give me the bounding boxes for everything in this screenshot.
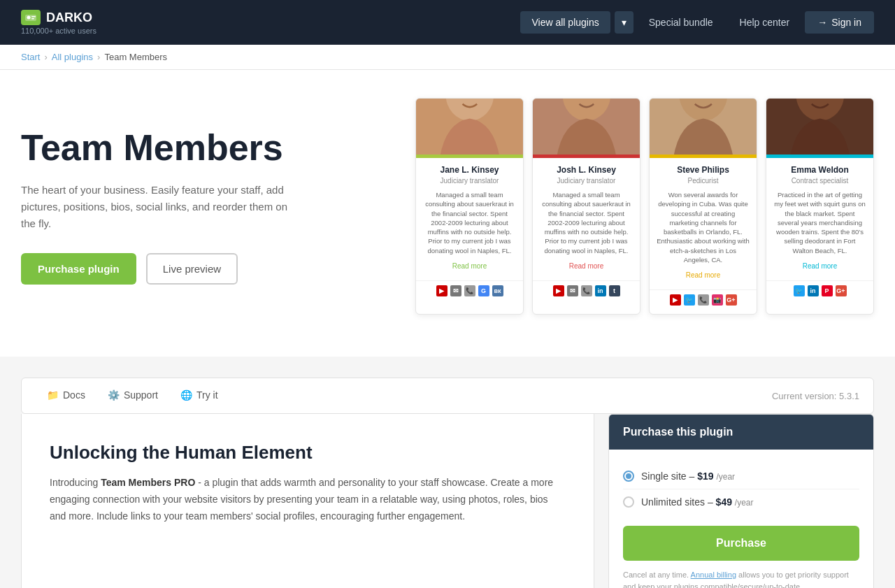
avatar [766, 99, 873, 158]
social-icon-yt[interactable]: ▶ [553, 285, 564, 296]
social-icon-em[interactable]: ✉ [450, 285, 461, 296]
docs-icon: 📁 [47, 389, 59, 401]
avatar [650, 99, 757, 158]
purchase-panel: Purchase this plugin Single site – $19 /… [608, 414, 874, 588]
card-social: 🐦inPG+ [766, 280, 873, 296]
social-icon-in[interactable]: 📸 [712, 294, 723, 306]
social-icon-gp[interactable]: G+ [726, 294, 737, 306]
plugins-dropdown-button[interactable]: ▾ [615, 11, 633, 34]
svg-point-1 [27, 16, 31, 20]
purchase-button[interactable]: Purchase [623, 526, 859, 561]
card-accent [766, 155, 873, 158]
logo-subtitle: 110,000+ active users [21, 27, 96, 35]
social-icon-vk[interactable]: вк [492, 285, 503, 296]
card-body: Emma Weldon Contract specialist Practice… [766, 158, 873, 275]
option-unlimited-price: $49 [716, 496, 732, 508]
live-preview-button[interactable]: Live preview [146, 253, 238, 285]
version-label: Current version: 5.3.1 [772, 391, 859, 401]
social-icon-pi[interactable]: P [822, 285, 833, 296]
header: DARKO 110,000+ active users View all plu… [0, 0, 895, 45]
radio-single[interactable] [623, 471, 634, 482]
try-it-icon: 🌐 [180, 389, 192, 401]
card-accent [416, 155, 523, 158]
hero-buttons: Purchase plugin Live preview [21, 253, 329, 285]
social-icon-tu[interactable]: t [609, 285, 620, 296]
card-name: Emma Weldon [773, 165, 866, 175]
social-icon-gl[interactable]: G [478, 285, 489, 296]
card-body: Steve Philips Pedicurist Won several awa… [650, 158, 757, 284]
read-more-link[interactable]: Read more [803, 262, 837, 270]
card-bio: Won several awards for developing in Cub… [657, 190, 750, 264]
card-body: Josh L. Kinsey Judiciary translator Mana… [533, 158, 640, 275]
tab-support[interactable]: ⚙️ Support [96, 378, 169, 414]
content-left: Unlocking the Human Element Introducing … [21, 414, 594, 588]
social-icon-ph[interactable]: 📞 [698, 294, 709, 306]
read-more-link[interactable]: Read more [569, 262, 603, 270]
card-social: ▶✉📞Gвк [416, 280, 523, 296]
annual-billing-link[interactable]: Annual billing [691, 571, 736, 579]
card-role: Judiciary translator [540, 177, 633, 185]
social-icon-tw[interactable]: 🐦 [794, 285, 805, 296]
team-card: Steve Philips Pedicurist Won several awa… [649, 98, 757, 315]
hero-right: Jane L. Kinsey Judiciary translator Mana… [329, 98, 874, 315]
special-bundle-link[interactable]: Special bundle [638, 11, 724, 34]
team-card: Emma Weldon Contract specialist Practice… [766, 98, 874, 315]
page-title: Team Members [21, 128, 329, 168]
tab-docs[interactable]: 📁 Docs [36, 378, 96, 414]
social-icon-ph[interactable]: 📞 [464, 285, 475, 296]
card-photo-area [650, 99, 757, 158]
card-accent [533, 155, 640, 158]
breadcrumb: Start › All plugins › Team Members [0, 45, 895, 70]
svg-rect-3 [31, 18, 34, 20]
social-icon-li[interactable]: in [595, 285, 606, 296]
read-more-link[interactable]: Read more [686, 271, 720, 279]
support-icon: ⚙️ [108, 389, 120, 401]
option-single-site[interactable]: Single site – $19 /year [623, 464, 859, 489]
purchase-plugin-button[interactable]: Purchase plugin [21, 253, 136, 285]
social-icon-yt[interactable]: ▶ [436, 285, 448, 296]
social-icon-gp[interactable]: G+ [836, 285, 847, 296]
nav-items: View all plugins ▾ Special bundle Help c… [520, 11, 874, 34]
radio-single-inner [626, 473, 631, 479]
team-cards: Jane L. Kinsey Judiciary translator Mana… [401, 98, 874, 315]
radio-unlimited[interactable] [623, 496, 634, 508]
card-name: Jane L. Kinsey [423, 165, 516, 175]
help-center-link[interactable]: Help center [729, 11, 801, 34]
social-icon-li[interactable]: in [808, 285, 819, 296]
avatar [533, 99, 640, 158]
view-all-plugins-button[interactable]: View all plugins [520, 11, 610, 34]
signin-arrow-icon: → [817, 17, 827, 28]
card-photo-area [766, 99, 873, 158]
hero-description: The heart of your business. Easily featu… [21, 182, 301, 232]
social-icon-ph[interactable]: 📞 [581, 285, 592, 296]
team-card: Jane L. Kinsey Judiciary translator Mana… [415, 98, 524, 315]
social-icon-yt[interactable]: ▶ [670, 294, 681, 306]
hero-section: Team Members The heart of your business.… [0, 70, 895, 357]
card-photo-area [533, 99, 640, 158]
card-accent [650, 155, 757, 158]
purchase-panel-body: Single site – $19 /year Unlimited sites … [609, 450, 873, 588]
breadcrumb-all-plugins[interactable]: All plugins [52, 52, 93, 62]
logo-area: DARKO 110,000+ active users [21, 10, 96, 35]
social-icon-em[interactable]: ✉ [567, 285, 578, 296]
purchase-panel-header: Purchase this plugin [609, 415, 873, 450]
option-unlimited-sites[interactable]: Unlimited sites – $49 /year [623, 489, 859, 515]
tab-try-it[interactable]: 🌐 Try it [169, 378, 229, 414]
team-card: Josh L. Kinsey Judiciary translator Mana… [532, 98, 640, 315]
option-single-price: $19 [697, 471, 713, 482]
tabs-bar: 📁 Docs ⚙️ Support 🌐 Try it Current versi… [21, 378, 874, 414]
option-single-period: /year [716, 472, 735, 482]
social-icon-tw[interactable]: 🐦 [684, 294, 695, 306]
card-role: Pedicurist [657, 177, 750, 185]
content-right: Purchase this plugin Single site – $19 /… [608, 414, 874, 588]
breadcrumb-sep-2: › [97, 52, 100, 62]
card-read-more: Read more [657, 268, 750, 280]
card-bio: Practiced in the art of getting my feet … [773, 190, 866, 255]
sign-in-button[interactable]: → Sign in [805, 11, 874, 34]
breadcrumb-start[interactable]: Start [21, 52, 40, 62]
card-social: ▶🐦📞📸G+ [650, 289, 757, 306]
read-more-link[interactable]: Read more [452, 262, 487, 270]
svg-point-7 [562, 99, 610, 121]
card-social: ▶✉📞int [533, 280, 640, 296]
svg-point-13 [796, 99, 844, 121]
